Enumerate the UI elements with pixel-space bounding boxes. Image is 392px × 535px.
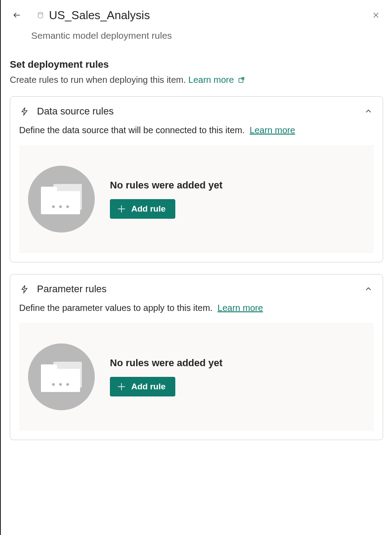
arrow-left-icon [12, 11, 21, 20]
add-rule-label: Add rule [131, 382, 166, 392]
data-source-card-header[interactable]: Data source rules [19, 106, 374, 117]
add-data-source-rule-button[interactable]: Add rule [110, 199, 175, 219]
plus-icon [117, 382, 126, 391]
parameter-rules-card: Parameter rules Define the parameter val… [10, 274, 383, 440]
empty-folder-icon [28, 166, 95, 233]
close-button[interactable] [369, 8, 383, 22]
data-source-learn-more-link[interactable]: Learn more [250, 125, 295, 135]
chevron-up-icon [363, 106, 374, 117]
back-button[interactable] [10, 8, 24, 22]
parameter-desc-text: Define the parameter values to apply to … [19, 303, 213, 313]
data-source-rules-card: Data source rules Define the data source… [10, 96, 383, 262]
lightning-icon [19, 106, 30, 117]
close-icon [372, 11, 380, 19]
external-link-icon [238, 75, 245, 86]
parameter-learn-more-link[interactable]: Learn more [218, 303, 263, 313]
data-source-card-description: Define the data source that will be conn… [19, 125, 374, 135]
data-source-desc-text: Define the data source that will be conn… [19, 125, 245, 135]
parameter-card-title: Parameter rules [37, 283, 356, 295]
parameter-card-description: Define the parameter values to apply to … [19, 303, 374, 313]
section-description-text: Create rules to run when deploying this … [10, 75, 186, 85]
svg-marker-9 [22, 286, 27, 293]
learn-more-link[interactable]: Learn more [188, 75, 245, 85]
semantic-model-icon [36, 11, 44, 19]
section-description: Create rules to run when deploying this … [10, 75, 383, 86]
svg-marker-6 [22, 108, 27, 115]
parameter-empty-text: No rules were added yet [110, 357, 222, 369]
data-source-card-title: Data source rules [37, 106, 356, 117]
add-rule-label: Add rule [131, 204, 166, 214]
parameter-empty-state: No rules were added yet Add rule [19, 323, 374, 431]
lightning-icon [19, 284, 30, 294]
plus-icon [117, 204, 126, 213]
add-parameter-rule-button[interactable]: Add rule [110, 377, 175, 396]
data-source-empty-state: No rules were added yet Add rule [19, 145, 374, 253]
parameter-card-header[interactable]: Parameter rules [19, 283, 374, 295]
empty-folder-icon [28, 343, 95, 410]
data-source-empty-text: No rules were added yet [110, 180, 222, 191]
chevron-up-icon [363, 284, 374, 294]
learn-more-text: Learn more [188, 75, 234, 85]
svg-point-1 [38, 12, 43, 14]
page-subtitle: Semantic model deployment rules [1, 27, 392, 41]
section-heading: Set deployment rules [10, 59, 383, 70]
page-title: US_Sales_Analysis [49, 8, 150, 22]
svg-line-5 [242, 78, 244, 80]
